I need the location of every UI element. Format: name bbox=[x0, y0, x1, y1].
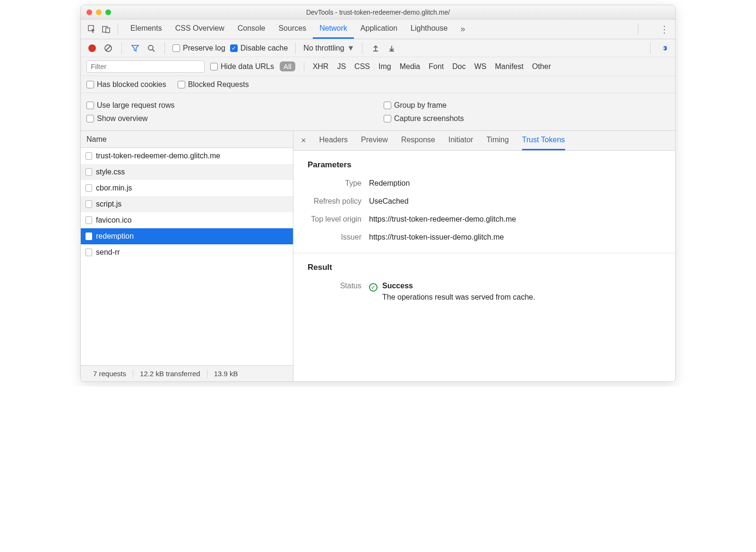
file-icon bbox=[86, 200, 92, 208]
preserve-log-checkbox[interactable]: Preserve log bbox=[172, 44, 225, 52]
capture-screenshots-label: Capture screenshots bbox=[394, 114, 464, 123]
filter-row-2: Has blocked cookies Blocked Requests bbox=[81, 76, 675, 93]
status-requests: 7 requests bbox=[86, 370, 133, 378]
detail-tab-trust-tokens[interactable]: Trust Tokens bbox=[522, 131, 565, 150]
filter-input[interactable] bbox=[86, 60, 205, 73]
param-key: Type bbox=[293, 179, 369, 188]
separator bbox=[304, 62, 304, 71]
type-filter-font[interactable]: Font bbox=[429, 62, 444, 71]
main-tabs: ElementsCSS OverviewConsoleSourcesNetwor… bbox=[81, 19, 675, 39]
request-row[interactable]: send-rr bbox=[81, 244, 293, 260]
search-icon[interactable] bbox=[146, 43, 157, 54]
record-icon[interactable] bbox=[86, 43, 98, 54]
kebab-menu-icon[interactable]: ⋮ bbox=[658, 24, 670, 35]
result-message: The operations result was served from ca… bbox=[382, 293, 535, 302]
request-row[interactable]: script.js bbox=[81, 196, 293, 212]
group-by-frame-checkbox[interactable]: Group by frame bbox=[384, 101, 670, 110]
tab-lighthouse[interactable]: Lighthouse bbox=[404, 19, 454, 39]
chevron-down-icon: ▼ bbox=[347, 44, 355, 52]
detail-tab-response[interactable]: Response bbox=[401, 131, 435, 150]
type-filter-ws[interactable]: WS bbox=[474, 62, 487, 71]
detail-tab-preview[interactable]: Preview bbox=[361, 131, 388, 150]
type-filter-media[interactable]: Media bbox=[400, 62, 421, 71]
request-row[interactable]: style.css bbox=[81, 164, 293, 180]
blocked-requests-label: Blocked Requests bbox=[188, 80, 249, 89]
preserve-log-label: Preserve log bbox=[183, 44, 225, 52]
detail-tabs: × HeadersPreviewResponseInitiatorTimingT… bbox=[293, 131, 675, 151]
type-filter-manifest[interactable]: Manifest bbox=[495, 62, 523, 71]
file-icon bbox=[86, 152, 92, 160]
request-list: trust-token-redeemer-demo.glitch.mestyle… bbox=[81, 148, 293, 365]
throttling-select[interactable]: No throttling ▼ bbox=[303, 44, 354, 52]
param-value: UseCached bbox=[369, 197, 409, 206]
name-column-header[interactable]: Name bbox=[81, 131, 293, 148]
request-name: send-rr bbox=[96, 248, 120, 257]
disable-cache-checkbox[interactable]: Disable cache bbox=[230, 44, 288, 52]
show-overview-label: Show overview bbox=[97, 114, 148, 123]
settings-icon[interactable] bbox=[644, 24, 655, 35]
large-rows-label: Use large request rows bbox=[97, 101, 175, 110]
close-detail-icon[interactable]: × bbox=[298, 136, 309, 146]
status-label: Status bbox=[293, 282, 369, 302]
hide-data-urls-checkbox[interactable]: Hide data URLs bbox=[210, 62, 274, 71]
result-title: Result bbox=[293, 253, 675, 277]
group-by-frame-label: Group by frame bbox=[394, 101, 447, 110]
inspect-icon[interactable] bbox=[86, 24, 98, 35]
separator bbox=[362, 43, 362, 54]
blocked-requests-checkbox[interactable]: Blocked Requests bbox=[178, 80, 249, 89]
separator bbox=[118, 24, 118, 35]
request-name: redemption bbox=[96, 232, 134, 241]
request-row[interactable]: redemption bbox=[81, 228, 293, 244]
type-filter-doc[interactable]: Doc bbox=[452, 62, 465, 71]
request-row[interactable]: trust-token-redeemer-demo.glitch.me bbox=[81, 148, 293, 164]
tab-application[interactable]: Application bbox=[354, 19, 404, 39]
type-filter-all[interactable]: All bbox=[280, 61, 295, 71]
type-filter-img[interactable]: Img bbox=[378, 62, 391, 71]
file-icon bbox=[86, 168, 92, 176]
has-blocked-cookies-checkbox[interactable]: Has blocked cookies bbox=[86, 80, 166, 89]
request-name: trust-token-redeemer-demo.glitch.me bbox=[96, 152, 220, 160]
detail-tab-headers[interactable]: Headers bbox=[319, 131, 348, 150]
filter-icon[interactable] bbox=[129, 43, 141, 54]
svg-line-6 bbox=[153, 50, 155, 52]
download-icon[interactable] bbox=[386, 43, 397, 54]
tab-css-overview[interactable]: CSS Overview bbox=[169, 19, 231, 39]
type-filter-js[interactable]: JS bbox=[337, 62, 346, 71]
request-name: cbor.min.js bbox=[96, 184, 132, 192]
detail-tab-timing[interactable]: Timing bbox=[486, 131, 508, 150]
tab-sources[interactable]: Sources bbox=[272, 19, 313, 39]
tab-network[interactable]: Network bbox=[313, 19, 354, 39]
tab-elements[interactable]: Elements bbox=[124, 19, 169, 39]
param-value: https://trust-token-redeemer-demo.glitch… bbox=[369, 215, 516, 224]
has-blocked-cookies-label: Has blocked cookies bbox=[97, 80, 166, 89]
separator bbox=[295, 43, 296, 54]
success-check-icon: ✓ bbox=[369, 283, 378, 292]
request-row[interactable]: cbor.min.js bbox=[81, 180, 293, 196]
device-toggle-icon[interactable] bbox=[101, 24, 112, 35]
request-row[interactable]: favicon.ico bbox=[81, 212, 293, 228]
parameters-title: Parameters bbox=[293, 151, 675, 174]
type-filter-css[interactable]: CSS bbox=[354, 62, 370, 71]
file-icon bbox=[86, 216, 92, 224]
separator bbox=[121, 43, 122, 54]
devtools-window: DevTools - trust-token-redeemer-demo.gli… bbox=[80, 5, 676, 382]
request-list-panel: Name trust-token-redeemer-demo.glitch.me… bbox=[81, 131, 293, 381]
detail-body: Parameters TypeRedemptionRefresh policyU… bbox=[293, 151, 675, 381]
capture-screenshots-checkbox[interactable]: Capture screenshots bbox=[384, 114, 670, 123]
separator bbox=[164, 43, 165, 54]
upload-icon[interactable] bbox=[370, 43, 381, 54]
clear-icon[interactable] bbox=[103, 43, 114, 54]
large-rows-checkbox[interactable]: Use large request rows bbox=[86, 101, 372, 110]
more-tabs-icon[interactable]: » bbox=[457, 24, 468, 35]
separator bbox=[638, 24, 638, 35]
param-key: Top level origin bbox=[293, 215, 369, 224]
type-filter-other[interactable]: Other bbox=[532, 62, 551, 71]
param-value: https://trust-token-issuer-demo.glitch.m… bbox=[369, 233, 504, 242]
window-title: DevTools - trust-token-redeemer-demo.gli… bbox=[81, 9, 675, 16]
type-filter-xhr[interactable]: XHR bbox=[313, 62, 329, 71]
filter-row: Hide data URLs All XHRJSCSSImgMediaFontD… bbox=[81, 57, 675, 76]
tab-console[interactable]: Console bbox=[231, 19, 272, 39]
network-settings-icon[interactable] bbox=[658, 43, 670, 54]
show-overview-checkbox[interactable]: Show overview bbox=[86, 114, 372, 123]
detail-tab-initiator[interactable]: Initiator bbox=[448, 131, 473, 150]
